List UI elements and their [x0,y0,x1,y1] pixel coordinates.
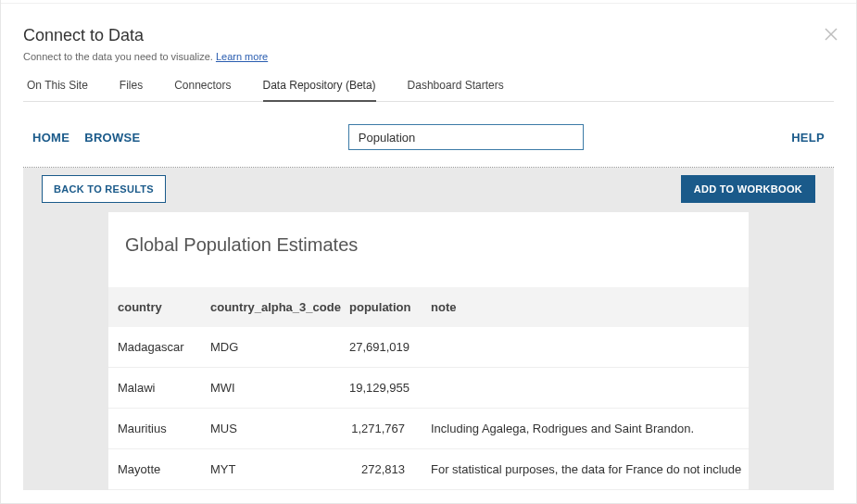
tab-connectors[interactable]: Connectors [174,79,231,101]
cell-note [422,368,749,409]
cell-population: 272,813 [340,449,422,490]
cell-country: Mayotte [108,449,201,490]
table-row: Mayotte MYT 272,813 For statistical purp… [108,449,749,490]
home-button[interactable]: HOME [32,131,69,145]
close-icon[interactable] [825,28,838,41]
add-to-workbook-button[interactable]: ADD TO WORKBOOK [681,175,815,203]
toolbar: HOME BROWSE HELP [23,102,834,167]
cell-population: 1,271,767 [340,409,422,449]
table-row: Malawi MWI 19,129,955 [108,368,749,409]
content-area: BACK TO RESULTS ADD TO WORKBOOK Global P… [23,168,834,490]
cell-note [422,327,749,368]
dialog-header: Connect to Data Connect to the data you … [23,26,834,62]
col-header-country: country [108,287,201,327]
cell-note: Including Agalega, Rodrigues and Saint B… [422,409,749,449]
cell-code: MYT [201,449,340,490]
dialog-title: Connect to Data [23,26,834,45]
tab-dashboard-starters[interactable]: Dashboard Starters [408,79,504,101]
tab-data-repository[interactable]: Data Repository (Beta) [263,79,376,101]
cell-code: MWI [201,368,340,409]
cell-code: MDG [201,327,340,368]
subtitle-text: Connect to the data you need to visualiz… [23,51,216,62]
data-table: country country_alpha_3_code population … [108,287,749,490]
table-row: Madagascar MDG 27,691,019 [108,327,749,368]
cell-note: For statistical purposes, the data for F… [422,449,749,490]
learn-more-link[interactable]: Learn more [216,51,268,62]
cell-population: 19,129,955 [340,368,422,409]
help-button[interactable]: HELP [791,131,825,145]
cell-population: 27,691,019 [340,327,422,368]
results-panel: Global Population Estimates country coun… [108,212,749,490]
table-row: Mauritius MUS 1,271,767 Including Agaleg… [108,409,749,449]
table-header-row: country country_alpha_3_code population … [108,287,749,327]
col-header-code: country_alpha_3_code [201,287,340,327]
cell-country: Mauritius [108,409,201,449]
col-header-population: population [340,287,422,327]
cell-code: MUS [201,409,340,449]
col-header-note: note [422,287,749,327]
cell-country: Madagascar [108,327,201,368]
search-input[interactable] [348,124,584,150]
browse-button[interactable]: BROWSE [84,131,140,145]
tab-files[interactable]: Files [120,79,143,101]
panel-title: Global Population Estimates [125,234,749,256]
tab-on-this-site[interactable]: On This Site [27,79,88,101]
tabs: On This Site Files Connectors Data Repos… [23,79,834,102]
back-to-results-button[interactable]: BACK TO RESULTS [42,175,166,203]
cell-country: Malawi [108,368,201,409]
dialog-subtitle: Connect to the data you need to visualiz… [23,51,834,62]
